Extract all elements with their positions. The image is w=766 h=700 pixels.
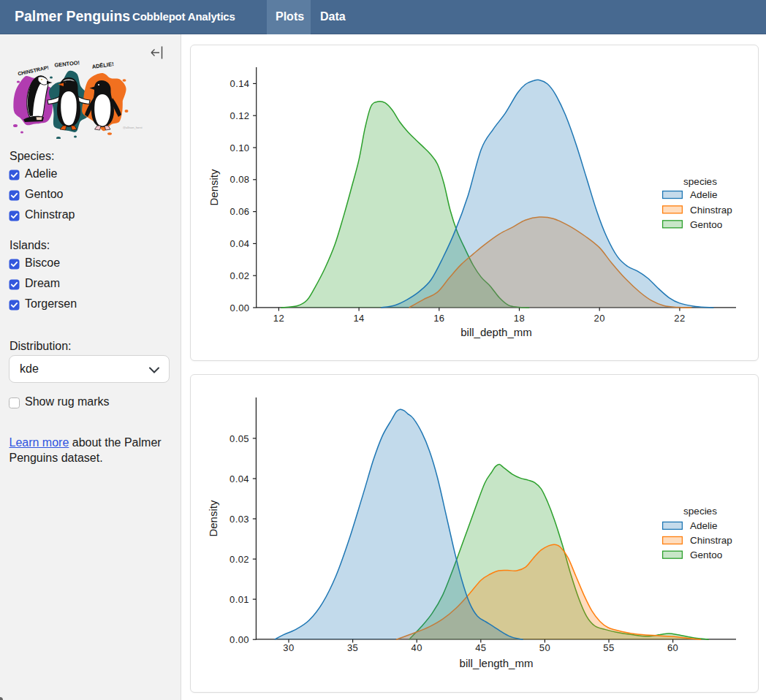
svg-text:species: species	[683, 506, 717, 517]
svg-text:0.02: 0.02	[230, 270, 250, 281]
svg-text:0.05: 0.05	[230, 433, 249, 444]
svg-text:20: 20	[594, 313, 605, 324]
svg-text:50: 50	[539, 642, 550, 653]
svg-text:0.10: 0.10	[230, 142, 250, 153]
svg-text:0.02: 0.02	[230, 554, 249, 565]
svg-text:0.00: 0.00	[230, 634, 249, 645]
svg-text:0.01: 0.01	[230, 594, 249, 605]
svg-text:35: 35	[347, 642, 358, 653]
svg-text:0.14: 0.14	[230, 78, 250, 89]
svg-text:Density: Density	[208, 500, 220, 537]
svg-text:45: 45	[475, 642, 486, 653]
svg-text:16: 16	[433, 313, 444, 324]
svg-text:60: 60	[667, 642, 678, 653]
svg-text:@allison_horst: @allison_horst	[123, 126, 143, 129]
svg-text:Adelie: Adelie	[690, 189, 718, 200]
svg-text:0.00: 0.00	[230, 303, 250, 313]
svg-text:Gentoo: Gentoo	[690, 219, 722, 230]
svg-text:22: 22	[674, 313, 685, 324]
svg-text:14: 14	[353, 313, 364, 324]
svg-text:bill_length_mm: bill_length_mm	[460, 657, 534, 669]
svg-text:CHINSTRAP!: CHINSTRAP!	[18, 65, 50, 77]
svg-text:Adelie: Adelie	[690, 520, 718, 531]
svg-text:Density: Density	[208, 169, 220, 206]
svg-text:40: 40	[412, 642, 422, 653]
svg-text:0.12: 0.12	[230, 110, 250, 121]
svg-text:bill_depth_mm: bill_depth_mm	[460, 326, 532, 338]
svg-text:12: 12	[273, 313, 284, 324]
svg-text:species: species	[683, 176, 717, 187]
svg-text:ADĒLIE!: ADĒLIE!	[91, 61, 114, 70]
svg-text:18: 18	[514, 313, 525, 324]
svg-text:0.04: 0.04	[230, 473, 249, 484]
svg-text:Gentoo: Gentoo	[690, 549, 722, 560]
svg-text:0.06: 0.06	[230, 206, 250, 217]
svg-text:GENTOO!: GENTOO!	[54, 59, 80, 69]
svg-text:0.04: 0.04	[230, 238, 250, 249]
svg-text:Chinstrap: Chinstrap	[690, 205, 732, 216]
svg-text:0.03: 0.03	[230, 514, 249, 525]
svg-text:Chinstrap: Chinstrap	[690, 535, 732, 546]
svg-text:55: 55	[603, 642, 614, 653]
svg-text:30: 30	[283, 642, 294, 653]
svg-text:0.08: 0.08	[230, 174, 250, 185]
